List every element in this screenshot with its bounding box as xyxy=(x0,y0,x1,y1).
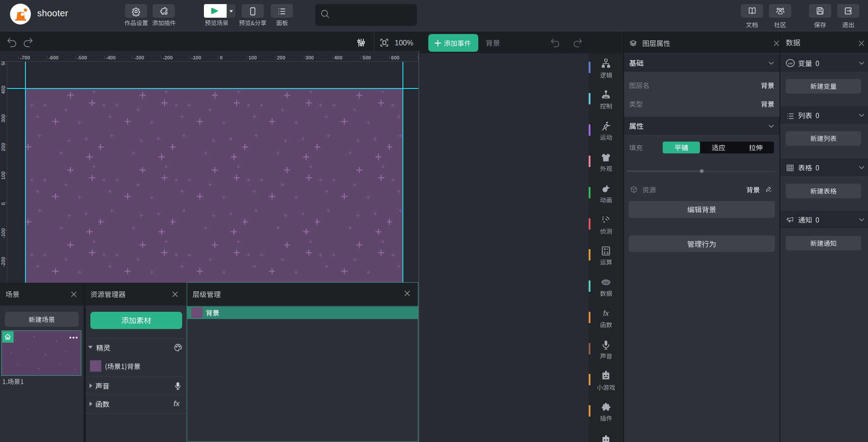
svg-text:var: var xyxy=(788,61,793,65)
svg-text:var: var xyxy=(603,280,610,285)
svg-text:fx: fx xyxy=(603,309,609,317)
